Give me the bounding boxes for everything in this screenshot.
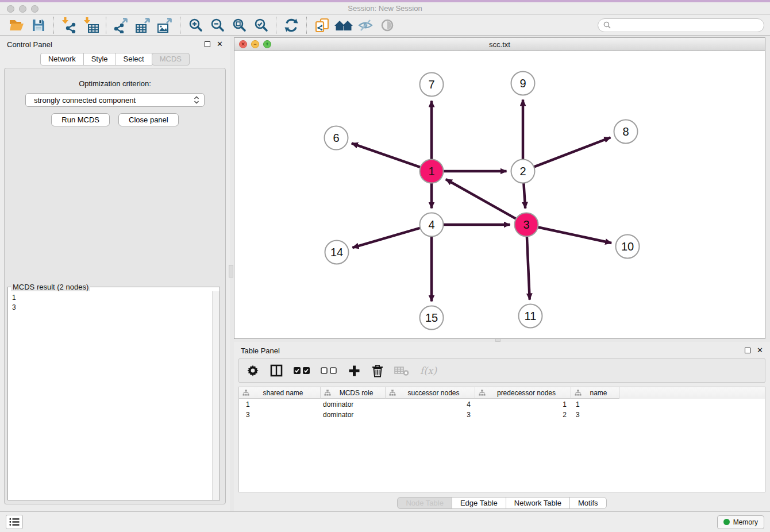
toolbar-separator [306,17,307,34]
search-box[interactable] [598,18,764,32]
memory-button[interactable]: Memory [717,515,764,529]
network-window-titlebar[interactable]: ✕−+ scc.txt [234,38,765,51]
zoom-in-icon[interactable] [184,16,206,34]
graph-node-11[interactable]: 11 [519,304,542,328]
close-view-icon[interactable]: ✕ [239,40,247,48]
function-builder-icon[interactable]: f(x) [420,365,437,376]
table-row[interactable]: 3dominator323 [239,410,765,419]
export-network-icon[interactable] [110,16,132,34]
graph-edge-4-14[interactable] [352,228,422,248]
graph-node-8[interactable]: 8 [614,120,638,144]
node-table-header: shared nameMCDS rolesuccessor nodesprede… [239,387,765,399]
show-graphics-details-icon[interactable] [376,16,398,34]
float-table-panel-icon[interactable] [745,348,750,353]
zoom-selected-icon[interactable] [250,16,272,34]
tab-edge-table[interactable]: Edge Table [452,497,506,509]
graph-edge-2-8[interactable] [532,137,610,167]
window-title: Session: New Session [348,4,422,13]
tab-node-table[interactable]: Node Table [397,497,452,509]
table-cell: 3 [239,411,321,419]
mcds-result-text: 1 3 [8,291,212,500]
main-toolbar [0,15,770,36]
graph-node-15[interactable]: 15 [420,306,444,330]
control-panel: Control Panel ✕ NetworkStyleSelectMCDS O… [0,36,230,511]
select-all-icon[interactable] [294,367,310,374]
table-row[interactable]: 1dominator411 [239,400,765,409]
criterion-select[interactable]: strongly connected component [25,93,205,107]
column-header-name[interactable]: name [571,387,619,399]
tab-mcds[interactable]: MCDS [152,53,190,65]
table-panel-title: Table Panel [241,346,280,355]
close-window-icon[interactable] [7,5,14,13]
run-mcds-button[interactable]: Run MCDS [51,113,110,126]
maximize-window-icon[interactable] [31,5,38,13]
list-icon [9,518,20,526]
table-cell: 1 [475,400,571,408]
svg-text:2: 2 [519,165,526,178]
column-header-successor-nodes[interactable]: successor nodes [386,387,475,399]
export-table-icon[interactable] [132,16,154,34]
table-options-icon[interactable] [247,364,259,377]
tab-network-table[interactable]: Network Table [506,497,570,509]
zoom-view-icon[interactable]: + [263,40,271,48]
sort-hierarchy-icon [479,390,486,396]
graph-node-4[interactable]: 4 [420,213,444,237]
tab-motifs[interactable]: Motifs [569,497,607,509]
svg-text:1: 1 [428,165,434,178]
add-column-icon[interactable] [348,364,361,377]
toolbar-separator [180,17,180,34]
table-panel-tabs: Node TableEdge TableNetwork TableMotifs [234,497,770,509]
clone-network-icon[interactable] [311,16,333,34]
import-table-icon[interactable] [80,16,102,34]
graph-edge-2-3[interactable] [523,181,525,208]
graph-node-2[interactable]: 2 [511,160,535,183]
column-visibility-icon[interactable] [270,364,283,377]
graph-node-3[interactable]: 3 [515,213,538,237]
task-history-button[interactable] [6,515,23,529]
minimize-view-icon[interactable]: − [251,40,259,48]
minimize-window-icon[interactable] [19,5,26,13]
column-header-predecessor-nodes[interactable]: predecessor nodes [475,387,571,399]
graph-edge-3-10[interactable] [536,227,611,243]
refresh-icon[interactable] [280,16,302,34]
graph-edge-3-11[interactable] [527,234,530,299]
float-panel-icon[interactable] [205,41,210,47]
graph-node-9[interactable]: 9 [511,72,535,95]
graph-edge-1-6[interactable] [352,143,422,168]
graph-edge-3-1[interactable] [446,179,518,219]
delete-column-icon[interactable] [372,364,383,377]
tab-select[interactable]: Select [116,53,152,65]
graph-node-1[interactable]: 1 [420,160,444,183]
sort-hierarchy-icon [242,390,249,396]
home-view-icon[interactable] [333,16,355,34]
network-window: ✕−+ scc.txt 7968124314101511 [234,37,765,339]
import-network-icon[interactable] [58,16,80,34]
search-input[interactable] [614,21,759,29]
graph-node-6[interactable]: 6 [325,126,348,150]
table-toolbar: f(x) [238,358,765,383]
splitter-grip-vertical[interactable] [229,265,233,277]
hide-graphics-details-icon[interactable] [355,16,376,34]
result-scrollbar[interactable] [212,291,220,500]
delete-table-icon[interactable] [394,365,409,376]
zoom-fit-icon[interactable] [228,16,250,34]
table-cell: 1 [239,400,321,408]
deselect-all-icon[interactable] [321,367,337,374]
close-table-panel-icon[interactable]: ✕ [757,348,763,353]
graph-node-14[interactable]: 14 [325,241,349,264]
network-canvas[interactable]: 7968124314101511 [234,51,765,338]
open-file-icon[interactable] [6,16,28,34]
column-header-shared-name[interactable]: shared name [239,387,321,399]
save-session-icon[interactable] [28,16,49,34]
column-header-MCDS-role[interactable]: MCDS role [321,387,386,399]
export-image-icon[interactable] [154,16,176,34]
close-panel-icon[interactable]: ✕ [217,41,223,47]
close-panel-button[interactable]: Close panel [118,113,179,126]
tab-style[interactable]: Style [83,53,116,65]
graph-node-7[interactable]: 7 [420,73,444,97]
zoom-out-icon[interactable] [206,16,228,34]
tab-network[interactable]: Network [40,53,84,65]
svg-text:4: 4 [428,218,434,231]
node-table[interactable]: shared nameMCDS rolesuccessor nodesprede… [238,387,765,492]
graph-node-10[interactable]: 10 [616,235,640,259]
